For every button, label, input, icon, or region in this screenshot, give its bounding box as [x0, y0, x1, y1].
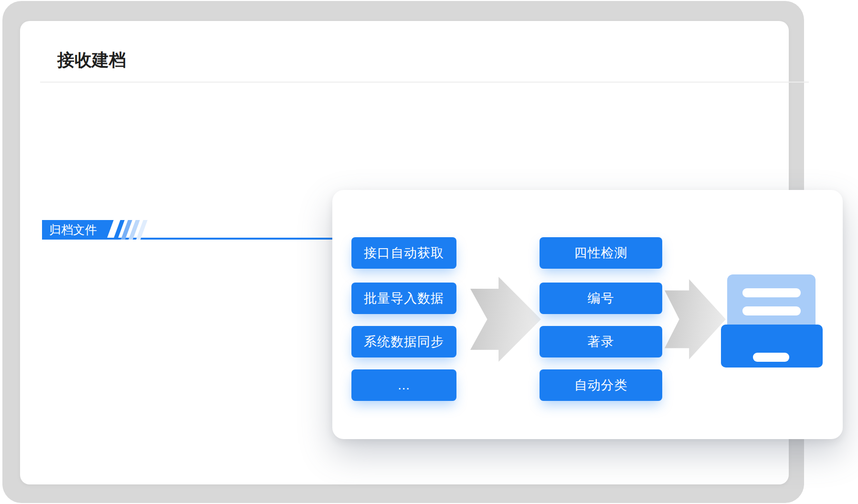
title-divider — [40, 82, 809, 83]
flow-step-catalog-button[interactable]: 著录 — [540, 326, 662, 357]
section-tag-label: 归档文件 — [42, 220, 114, 240]
flow-source-import-button[interactable]: 批量导入数据 — [351, 283, 456, 314]
flow-source-api-button[interactable]: 接口自动获取 — [351, 237, 456, 269]
section-tag-archived-files: 归档文件 — [42, 220, 114, 240]
flow-arrow-right-icon — [665, 279, 726, 359]
flow-step-number-button[interactable]: 编号 — [540, 283, 662, 314]
archive-handle-icon — [753, 353, 789, 362]
page-title: 接收建档 — [57, 49, 126, 72]
screenshot-stage: 接收建档 归档日期 2024-06-30 密级 保密 责任部门 行政部 全宗号 … — [0, 0, 858, 504]
flow-step-check-button[interactable]: 四性检测 — [540, 237, 662, 269]
flow-source-more-button[interactable]: ... — [351, 369, 456, 401]
flow-source-sync-button[interactable]: 系统数据同步 — [351, 326, 456, 357]
flow-step-classify-button[interactable]: 自动分类 — [540, 369, 662, 401]
archive-doc-line-icon — [742, 306, 801, 315]
flow-arrow-right-icon — [470, 277, 541, 362]
flow-overlay-card: 接口自动获取 批量导入数据 系统数据同步 ... 四性检测 编号 著录 自动分类 — [332, 190, 843, 439]
archive-doc-line-icon — [742, 288, 801, 297]
